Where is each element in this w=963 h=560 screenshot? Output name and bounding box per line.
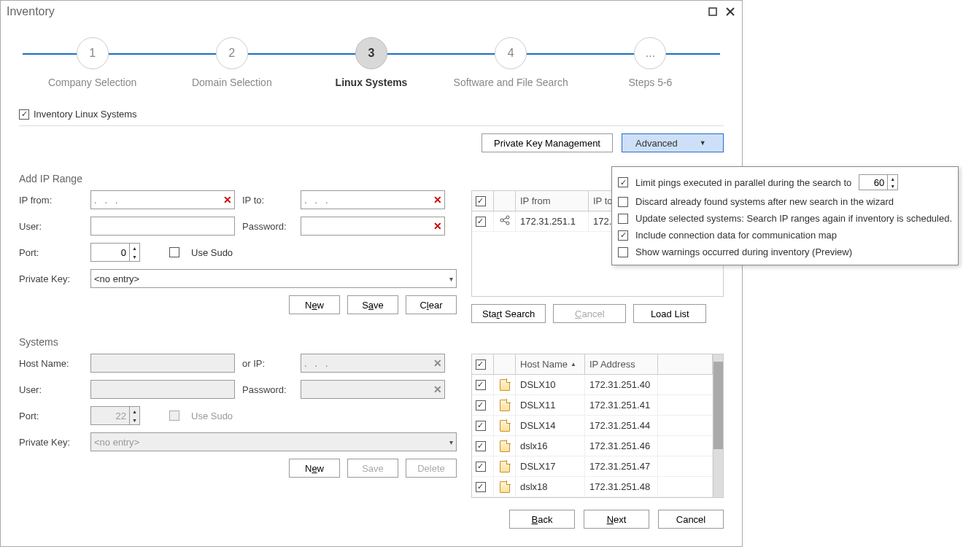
use-sudo-checkbox[interactable] bbox=[169, 247, 179, 257]
table-row[interactable]: dslx18172.31.251.48 bbox=[472, 477, 713, 497]
range-row-checkbox[interactable] bbox=[476, 217, 486, 227]
clear-or-ip-icon: ✕ bbox=[433, 357, 442, 369]
table-row[interactable]: DSLX14172.31.251.44 bbox=[472, 416, 713, 436]
ip-from-input[interactable] bbox=[90, 190, 235, 209]
sys-row-checkbox[interactable] bbox=[476, 400, 486, 411]
limit-pings-label: Limit pings executed in parallel during … bbox=[635, 177, 851, 188]
clear-password-icon[interactable]: ✕ bbox=[433, 220, 442, 232]
spinner-up-icon[interactable]: ▲ bbox=[130, 244, 139, 252]
stepper: 1Company Selection 2Domain Selection 3Li… bbox=[1, 23, 742, 96]
limit-pings-input[interactable] bbox=[859, 175, 887, 190]
page-icon bbox=[500, 440, 510, 452]
sys-row-checkbox[interactable] bbox=[476, 380, 486, 390]
systems-title: Systems bbox=[19, 323, 724, 354]
table-row[interactable]: DSLX10172.31.251.40 bbox=[472, 375, 713, 395]
table-row[interactable]: DSLX17172.31.251.47 bbox=[472, 456, 713, 477]
save-button[interactable]: Save bbox=[347, 295, 398, 314]
ip-to-label: IP to: bbox=[242, 195, 293, 206]
ip-to-input[interactable] bbox=[301, 190, 445, 209]
sys-new-button[interactable]: New bbox=[289, 459, 340, 478]
password-input[interactable] bbox=[301, 217, 445, 236]
step-linux-systems[interactable]: 3Linux Systems bbox=[301, 37, 441, 88]
titlebar: Inventory bbox=[1, 1, 742, 23]
private-key-management-button[interactable]: Private Key Management bbox=[481, 133, 613, 152]
limit-pings-spinner[interactable]: ▲▼ bbox=[859, 174, 898, 190]
sys-host-cell: dslx16 bbox=[516, 436, 585, 456]
inventory-linux-checkbox[interactable] bbox=[19, 109, 29, 120]
host-name-label: Host Name: bbox=[19, 358, 83, 369]
chevron-down-icon: ▾ bbox=[449, 438, 453, 446]
sys-user-label: User: bbox=[19, 384, 83, 395]
spinner-up-icon: ▲ bbox=[130, 407, 139, 416]
sys-user-input bbox=[90, 380, 235, 399]
sys-row-checkbox[interactable] bbox=[476, 421, 486, 431]
spinner-down-icon[interactable]: ▼ bbox=[130, 252, 139, 261]
limit-pings-checkbox[interactable] bbox=[618, 177, 628, 187]
table-row[interactable]: dslx16172.31.251.46 bbox=[472, 436, 713, 456]
include-checkbox[interactable] bbox=[618, 230, 628, 241]
sys-col-host[interactable]: Host Name▲ bbox=[516, 354, 585, 374]
back-button[interactable]: Back bbox=[509, 510, 575, 529]
or-ip-input bbox=[301, 354, 445, 373]
sys-col-ip[interactable]: IP Address bbox=[585, 354, 658, 374]
sys-password-input bbox=[301, 380, 445, 399]
start-search-button[interactable]: Start Search bbox=[471, 304, 546, 323]
sys-port-input bbox=[91, 407, 129, 424]
user-input[interactable] bbox=[90, 217, 235, 236]
page-icon bbox=[500, 379, 510, 391]
sys-save-button: Save bbox=[347, 459, 398, 478]
sys-ip-cell: 172.31.251.40 bbox=[585, 375, 658, 394]
advanced-button[interactable]: Advanced▼ bbox=[622, 133, 724, 152]
clear-ip-to-icon[interactable]: ✕ bbox=[433, 194, 442, 206]
warnings-checkbox[interactable] bbox=[618, 247, 628, 257]
systems-table: Host Name▲ IP Address DSLX10172.31.251.4… bbox=[471, 354, 724, 498]
load-list-button[interactable]: Load List bbox=[633, 304, 706, 323]
spinner-down-icon: ▼ bbox=[130, 416, 139, 424]
discard-checkbox[interactable] bbox=[618, 197, 628, 207]
sys-password-label: Password: bbox=[242, 384, 293, 395]
private-key-select[interactable]: <no entry>▾ bbox=[90, 269, 457, 288]
sys-host-cell: DSLX10 bbox=[516, 375, 585, 394]
step-software-file-search[interactable]: 4Software and File Search bbox=[441, 37, 581, 88]
sys-row-checkbox[interactable] bbox=[476, 462, 486, 472]
spinner-down-icon[interactable]: ▼ bbox=[888, 182, 897, 190]
svg-point-5 bbox=[506, 222, 509, 225]
maximize-icon[interactable] bbox=[707, 6, 719, 18]
clear-button[interactable]: Clear bbox=[406, 295, 457, 314]
port-spinner[interactable]: ▲▼ bbox=[90, 243, 140, 262]
range-header-checkbox[interactable] bbox=[476, 196, 486, 206]
update-checkbox[interactable] bbox=[618, 214, 628, 224]
ip-from-label: IP from: bbox=[19, 195, 83, 206]
host-name-input bbox=[90, 354, 235, 373]
svg-rect-0 bbox=[709, 8, 716, 15]
new-button[interactable]: New bbox=[289, 295, 340, 314]
table-row[interactable]: DSLX11172.31.251.41 bbox=[472, 395, 713, 416]
page-icon bbox=[500, 481, 510, 493]
sys-host-cell: DSLX11 bbox=[516, 395, 585, 415]
next-button[interactable]: Next bbox=[584, 510, 649, 529]
use-sudo-label: Use Sudo bbox=[191, 247, 233, 258]
sys-header-checkbox[interactable] bbox=[476, 359, 486, 370]
sys-port-label: Port: bbox=[19, 411, 83, 421]
page-icon bbox=[500, 420, 510, 432]
step-domain-selection[interactable]: 2Domain Selection bbox=[162, 37, 301, 88]
spinner-up-icon[interactable]: ▲ bbox=[888, 175, 897, 182]
window-title: Inventory bbox=[7, 5, 701, 18]
range-col-ipfrom[interactable]: IP from bbox=[516, 191, 589, 211]
warnings-label: Show warnings occurred during inventory … bbox=[635, 246, 852, 257]
sys-private-key-label: Private Key: bbox=[19, 437, 83, 448]
include-label: Include connection data for communicatio… bbox=[635, 230, 837, 241]
step-company-selection[interactable]: 1Company Selection bbox=[23, 37, 162, 88]
sys-row-checkbox[interactable] bbox=[476, 482, 486, 492]
port-input[interactable] bbox=[91, 244, 129, 261]
range-ipfrom-cell: 172.31.251.1 bbox=[516, 211, 589, 231]
advanced-popup: Limit pings executed in parallel during … bbox=[611, 166, 959, 265]
clear-ip-from-icon[interactable]: ✕ bbox=[223, 194, 232, 206]
sys-row-checkbox[interactable] bbox=[476, 441, 486, 451]
sys-use-sudo-label: Use Sudo bbox=[191, 411, 233, 421]
chevron-down-icon: ▼ bbox=[700, 139, 706, 147]
step-more[interactable]: ...Steps 5-6 bbox=[581, 37, 720, 88]
cancel-button[interactable]: Cancel bbox=[658, 510, 724, 529]
close-icon[interactable] bbox=[724, 6, 736, 18]
scrollbar[interactable] bbox=[713, 354, 723, 497]
